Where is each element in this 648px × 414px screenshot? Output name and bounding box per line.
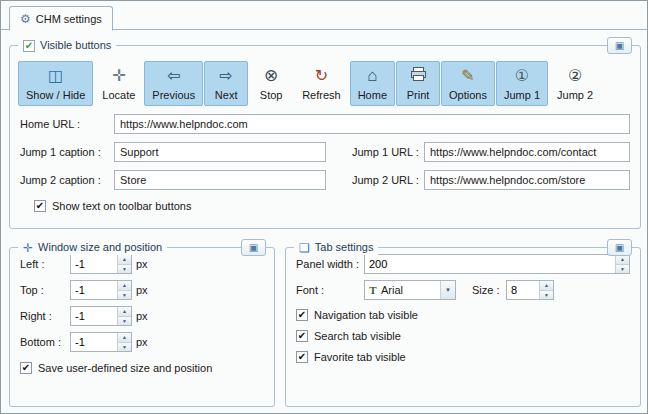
home-url-row: Home URL : xyxy=(20,114,630,134)
tab-bar: ⚙ CHM settings xyxy=(1,1,647,30)
toolbar-button-show-hide[interactable]: ◫ Show / Hide xyxy=(18,61,93,106)
panel-width-input[interactable] xyxy=(365,255,615,273)
left-row: Left : ▲ ▼ px xyxy=(20,254,264,274)
toolbar-button-label: Home xyxy=(358,89,387,101)
spin-up-button[interactable]: ▲ xyxy=(616,255,629,264)
unit-label: px xyxy=(136,336,148,348)
panel-show-hide-icon: ◫ xyxy=(48,66,63,86)
toolbar-button-jump2[interactable]: ② Jump 2 xyxy=(549,61,601,106)
toolbar-button-previous[interactable]: ⇦ Previous xyxy=(144,61,203,106)
spin-up-button[interactable]: ▲ xyxy=(118,281,131,290)
right-row: Right : ▲ ▼ px xyxy=(20,306,264,326)
bottom-label: Bottom : xyxy=(20,336,70,348)
top-stepper: ▲ ▼ xyxy=(70,280,132,300)
spin-up-button[interactable]: ▲ xyxy=(118,307,131,316)
toolbar-button-options[interactable]: ✎ Options xyxy=(441,61,495,106)
font-size-input[interactable] xyxy=(507,281,539,299)
toolbar-button-label: Next xyxy=(215,89,238,101)
expand-icon: ▣ xyxy=(615,243,624,253)
jump1-caption-label: Jump 1 caption : xyxy=(20,146,108,158)
toolbar-button-home[interactable]: ⌂ Home xyxy=(350,61,395,106)
font-label: Font : xyxy=(296,284,364,296)
spin-up-button[interactable]: ▲ xyxy=(540,281,553,290)
font-size-stepper: ▲ ▼ xyxy=(506,280,554,300)
spin-down-button[interactable]: ▼ xyxy=(118,290,131,300)
home-url-input[interactable] xyxy=(114,114,630,134)
group-checkbox-icon[interactable]: ✔ xyxy=(23,40,35,52)
check-icon: ✔ xyxy=(22,363,30,373)
panel-width-row: Panel width : ▲ ▼ xyxy=(296,254,630,274)
jump2-url-label: Jump 2 URL : xyxy=(352,174,418,186)
panel-width-label: Panel width : xyxy=(296,258,364,270)
spin-down-button[interactable]: ▼ xyxy=(118,316,131,326)
spin-down-button[interactable]: ▼ xyxy=(118,264,131,274)
spin-up-button[interactable]: ▲ xyxy=(118,255,131,264)
stop-icon: ⊗ xyxy=(264,66,278,86)
spin-down-button[interactable]: ▼ xyxy=(118,342,131,352)
bottom-stepper: ▲ ▼ xyxy=(70,332,132,352)
jump1-caption-input[interactable] xyxy=(114,142,326,162)
tab-label: CHM settings xyxy=(36,13,102,25)
top-input[interactable] xyxy=(71,281,117,299)
search-tab-checkbox[interactable]: ✔ xyxy=(296,330,308,342)
page-icon: ❏ xyxy=(299,242,310,254)
jump1-row: Jump 1 caption : Jump 1 URL : xyxy=(20,142,630,162)
font-select[interactable]: T Arial ▼ xyxy=(364,280,456,300)
bottom-input[interactable] xyxy=(71,333,117,351)
toolbar-button-next[interactable]: ⇨ Next xyxy=(204,61,248,106)
spin-down-button[interactable]: ▼ xyxy=(540,290,553,300)
jump2-row: Jump 2 caption : Jump 2 URL : xyxy=(20,170,630,190)
spin-up-button[interactable]: ▲ xyxy=(118,333,131,342)
expand-icon: ▣ xyxy=(249,243,258,253)
jump2-url-input[interactable] xyxy=(424,170,630,190)
left-label: Left : xyxy=(20,258,70,270)
home-icon: ⌂ xyxy=(367,66,377,86)
refresh-icon: ↻ xyxy=(315,66,328,86)
jump2-caption-input[interactable] xyxy=(114,170,326,190)
right-input[interactable] xyxy=(71,307,117,325)
jump2-caption-label: Jump 2 caption : xyxy=(20,174,108,186)
size-label: Size : xyxy=(472,284,506,296)
save-size-checkbox[interactable]: ✔ xyxy=(20,362,32,374)
toolbar-button-refresh[interactable]: ↻ Refresh xyxy=(294,61,349,106)
bottom-row: Bottom : ▲ ▼ px xyxy=(20,332,264,352)
toolbar-button-stop[interactable]: ⊗ Stop xyxy=(249,61,293,106)
show-text-checkbox[interactable]: ✔ xyxy=(34,200,46,212)
window-size-group: ✛ Window size and position ▣ Left : ▲ ▼ … xyxy=(9,247,275,407)
toolbar-button-jump1[interactable]: ① Jump 1 xyxy=(496,61,548,106)
favorite-tab-checkbox-row: ✔ Favorite tab visible xyxy=(296,351,640,363)
left-input[interactable] xyxy=(71,255,117,273)
font-row: Font : T Arial ▼ Size : ▲ ▼ xyxy=(296,280,630,300)
unit-label: px xyxy=(136,258,148,270)
tab-chm-settings[interactable]: ⚙ CHM settings xyxy=(9,6,113,31)
visible-buttons-expand-button[interactable]: ▣ xyxy=(607,37,632,54)
spin-down-button[interactable]: ▼ xyxy=(616,264,629,274)
navigation-tab-checkbox[interactable]: ✔ xyxy=(296,309,308,321)
check-icon: ✔ xyxy=(36,201,44,211)
home-url-label: Home URL : xyxy=(20,118,108,130)
window-size-expand-button[interactable]: ▣ xyxy=(241,239,266,256)
settings-gear-icon: ⚙ xyxy=(20,13,31,25)
previous-arrow-icon: ⇦ xyxy=(167,66,180,86)
tab-settings-expand-button[interactable]: ▣ xyxy=(607,239,632,256)
show-text-checkbox-label: Show text on toolbar buttons xyxy=(52,200,191,212)
toolbar-button-label: Jump 2 xyxy=(557,89,593,101)
toolbar-button-locate[interactable]: ✛ Locate xyxy=(94,61,143,106)
visible-buttons-group: ✔ Visible buttons ▣ ◫ Show / Hide ✛ Loca… xyxy=(9,45,641,229)
navigation-tab-checkbox-row: ✔ Navigation tab visible xyxy=(296,309,640,321)
printer-icon xyxy=(410,66,427,86)
jump1-url-input[interactable] xyxy=(424,142,630,162)
window-size-group-title: Window size and position xyxy=(38,240,162,255)
toolbar-button-label: Stop xyxy=(260,89,283,101)
unit-label: px xyxy=(136,310,148,322)
search-tab-checkbox-label: Search tab visible xyxy=(314,330,401,342)
save-size-checkbox-row: ✔ Save user-defined size and position xyxy=(20,362,274,374)
move-icon: ✛ xyxy=(23,242,33,254)
unit-label: px xyxy=(136,284,148,296)
toolbar-button-print[interactable]: Print xyxy=(396,61,440,106)
check-icon: ✔ xyxy=(298,310,306,320)
favorite-tab-checkbox[interactable]: ✔ xyxy=(296,351,308,363)
dropdown-arrow-icon[interactable]: ▼ xyxy=(440,281,455,299)
chm-toolbar-buttons: ◫ Show / Hide ✛ Locate ⇦ Previous ⇨ Next… xyxy=(18,61,632,106)
window-size-group-header: ✛ Window size and position xyxy=(18,240,167,255)
